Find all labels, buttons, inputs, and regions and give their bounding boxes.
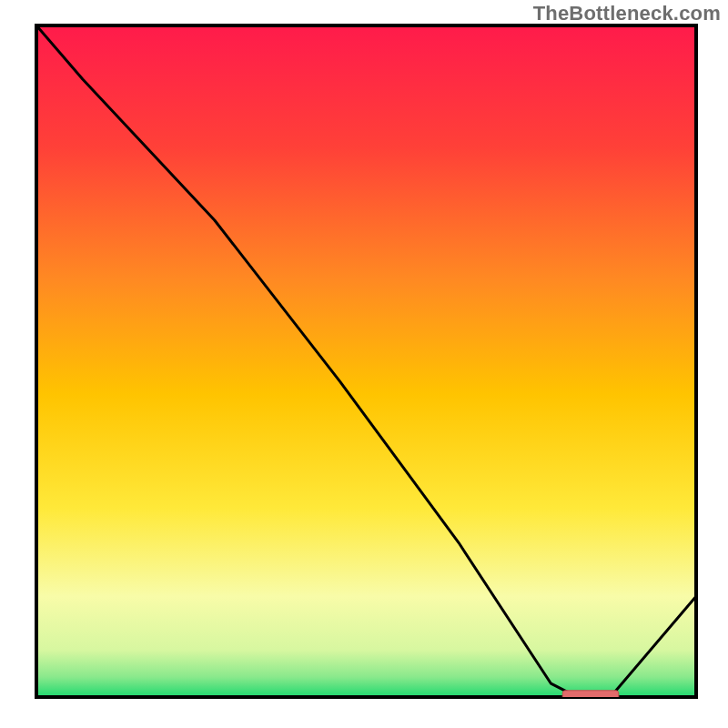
chart-canvas: TheBottleneck.com xyxy=(0,0,728,728)
chart-svg xyxy=(0,0,728,728)
watermark-label: TheBottleneck.com xyxy=(533,2,721,25)
plot-background xyxy=(36,25,696,697)
